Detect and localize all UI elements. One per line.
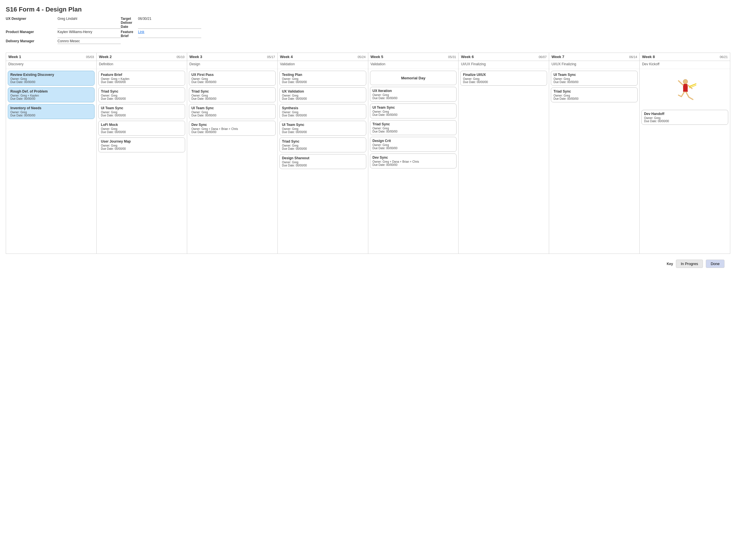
week-header-week6: Week 606/07 — [459, 53, 549, 61]
card-due: Due Date: 00/00/00 — [282, 114, 364, 117]
card-c25[interactable]: UI Team Sync Owner: Greg Due Date: 00/00… — [551, 71, 638, 86]
week-label: Week 4 — [280, 55, 293, 59]
card-owner: Owner: Greg — [553, 94, 635, 97]
card-title: Review Existing Discovery — [10, 73, 92, 77]
card-c21[interactable]: Triad Sync Owner: Greg Due Date: 00/00/0… — [370, 120, 457, 135]
week-col-week4: Week 405/24ValidationTesting Plan Owner:… — [278, 53, 368, 254]
card-owner: Owner: Greg — [101, 127, 183, 131]
week-header-week7: Week 706/14 — [549, 53, 639, 61]
card-c23[interactable]: Dev Sync Owner: Greg + Dana + Brian + Ch… — [370, 154, 457, 168]
card-c24[interactable]: Finalize UI/UX Owner: Greg Due Date: 00/… — [460, 71, 547, 86]
card-c10[interactable]: Triad Sync Owner: Greg Due Date: 00/00/0… — [189, 87, 276, 102]
week-body-week5: Memorial DayUX Iteration Owner: Greg Due… — [368, 69, 459, 254]
week-header-week3: Week 305/17 — [187, 53, 277, 61]
week-col-week1: Week 105/03DiscoveryReview Existing Disc… — [6, 53, 97, 254]
key-done-button[interactable]: Done — [706, 260, 725, 268]
card-title: Dev Handoff — [644, 112, 726, 116]
card-c18[interactable]: Design Shareout Owner: Greg Due Date: 00… — [279, 154, 366, 169]
target-deliver-value: 06/30/21 — [138, 17, 201, 29]
week-date: 05/17 — [267, 55, 275, 59]
card-c15[interactable]: Synthesis Owner: Greg Due Date: 00/00/00 — [279, 104, 366, 119]
week-header-week2: Week 205/10 — [97, 53, 187, 61]
week-col-week5: Week 505/31ValidationMemorial DayUX Iter… — [368, 53, 459, 254]
card-c26[interactable]: Triad Sync Owner: Greg Due Date: 00/00/0… — [551, 87, 638, 102]
card-owner: Owner: Greg — [553, 77, 635, 80]
svg-line-7 — [686, 92, 689, 97]
card-c3[interactable]: Inventory of Needs Owner: Greg Due Date:… — [8, 104, 95, 119]
week-date: 06/14 — [629, 55, 637, 59]
week-label: Week 2 — [99, 55, 112, 59]
card-due: Due Date: 00/00/00 — [101, 131, 183, 134]
card-c20[interactable]: UI Team Sync Owner: Greg Due Date: 00/00… — [370, 103, 457, 118]
card-owner: Owner: Greg — [282, 161, 364, 164]
card-c13[interactable]: Testing Plan Owner: Greg Due Date: 00/00… — [279, 71, 366, 86]
card-due: Due Date: 00/00/00 — [553, 80, 635, 84]
phase-label-week5: Validation — [368, 61, 459, 69]
svg-rect-4 — [683, 89, 688, 92]
card-c8[interactable]: User Journey Map Owner: Greg Due Date: 0… — [98, 137, 185, 152]
card-owner: Owner: Greg — [282, 111, 364, 114]
svg-line-2 — [679, 81, 683, 85]
card-c1[interactable]: Review Existing Discovery Owner: Greg Du… — [8, 71, 95, 86]
card-due: Due Date: 00/00/00 — [373, 163, 454, 166]
card-c9[interactable]: UX First Pass Owner: Greg Due Date: 00/0… — [189, 71, 276, 86]
card-title: Dev Sync — [373, 156, 454, 160]
card-owner: Owner: Greg — [101, 111, 183, 114]
key-inprogress-button[interactable]: In Progres — [676, 260, 703, 268]
card-due: Due Date: 00/00/00 — [10, 97, 92, 100]
card-due: Due Date: 00/00/00 — [553, 97, 635, 100]
card-owner: Owner: Greg — [373, 93, 454, 97]
card-owner: Owner: Greg + Dana + Brian + Chris — [373, 160, 454, 163]
week-date: 05/24 — [358, 55, 366, 59]
phase-label-week1: Discovery — [6, 61, 96, 69]
card-c27[interactable]: Dev Handoff Owner: Greg Due Date: 00/00/… — [641, 110, 728, 125]
delivery-manager-label: Delivery Manager — [6, 39, 57, 44]
card-c5[interactable]: Triad Sync Owner: Greg Due Date: 00/00/0… — [98, 87, 185, 102]
card-due: Due Date: 00/00/00 — [101, 80, 183, 84]
card-owner: Owner: Greg — [282, 127, 364, 131]
card-due: Due Date: 00/00/00 — [463, 80, 545, 84]
card-title: Triad Sync — [191, 89, 273, 93]
card-title: Design Crit — [373, 139, 454, 143]
week-label: Week 7 — [551, 55, 564, 59]
week-col-week8: Week 806/21Dev Kickoff Dev Handoff Owner… — [640, 53, 730, 254]
card-due: Due Date: 00/00/00 — [644, 120, 726, 123]
card-title: UI Team Sync — [101, 106, 183, 110]
card-owner: Owner: Greg — [463, 77, 545, 80]
card-title: Finalize UI/UX — [463, 73, 545, 77]
week-header-week1: Week 105/03 — [6, 53, 96, 61]
card-c7[interactable]: LoFi Mock Owner: Greg Due Date: 00/00/00 — [98, 121, 185, 136]
card-owner: Owner: Greg — [282, 144, 364, 147]
feature-brief-link[interactable]: Link — [138, 30, 144, 34]
card-c22[interactable]: Design Crit Owner: Greg Due Date: 00/00/… — [370, 137, 457, 152]
card-owner: Owner: Greg — [191, 111, 273, 114]
card-c11[interactable]: UI Team Sync Owner: Greg Due Date: 00/00… — [189, 104, 276, 119]
card-due: Due Date: 00/00/00 — [101, 147, 183, 150]
runner-image — [641, 71, 728, 108]
card-c4[interactable]: Feature Brief Owner: Greg + Kaylen Due D… — [98, 71, 185, 86]
card-title: Rough Def. of Problem — [10, 89, 92, 93]
memorial-day-card: Memorial Day — [370, 71, 457, 85]
card-c6[interactable]: UI Team Sync Owner: Greg Due Date: 00/00… — [98, 104, 185, 119]
card-owner: Owner: Greg — [373, 143, 454, 147]
card-c12[interactable]: Dev Sync Owner: Greg + Dana + Brian + Ch… — [189, 121, 276, 136]
product-manager-value: Kaylen Williams-Henry — [57, 30, 121, 38]
card-c16[interactable]: UI Team Sync Owner: Greg Due Date: 00/00… — [279, 121, 366, 136]
page-title: S16 Form 4 - Design Plan — [6, 6, 730, 13]
week-date: 06/21 — [720, 55, 728, 59]
week-date: 05/10 — [177, 55, 185, 59]
card-owner: Owner: Greg — [191, 77, 273, 80]
calendar-grid: Week 105/03DiscoveryReview Existing Disc… — [6, 53, 730, 254]
card-c19[interactable]: UX Iteration Owner: Greg Due Date: 00/00… — [370, 87, 457, 102]
product-manager-label: Product Manager — [6, 30, 57, 38]
week-body-week4: Testing Plan Owner: Greg Due Date: 00/00… — [278, 69, 368, 254]
card-due: Due Date: 00/00/00 — [101, 114, 183, 117]
card-c14[interactable]: UX Validation Owner: Greg Due Date: 00/0… — [279, 87, 366, 102]
card-title: UX Iteration — [373, 89, 454, 93]
card-due: Due Date: 00/00/00 — [373, 130, 454, 133]
week-label: Week 1 — [8, 55, 21, 59]
card-c2[interactable]: Rough Def. of Problem Owner: Greg + Kayl… — [8, 87, 95, 102]
card-owner: Owner: Greg — [282, 77, 364, 80]
card-c17[interactable]: Triad Sync Owner: Greg Due Date: 00/00/0… — [279, 137, 366, 152]
week-col-week7: Week 706/14UI/UX FinalizingUI Team Sync … — [549, 53, 640, 254]
